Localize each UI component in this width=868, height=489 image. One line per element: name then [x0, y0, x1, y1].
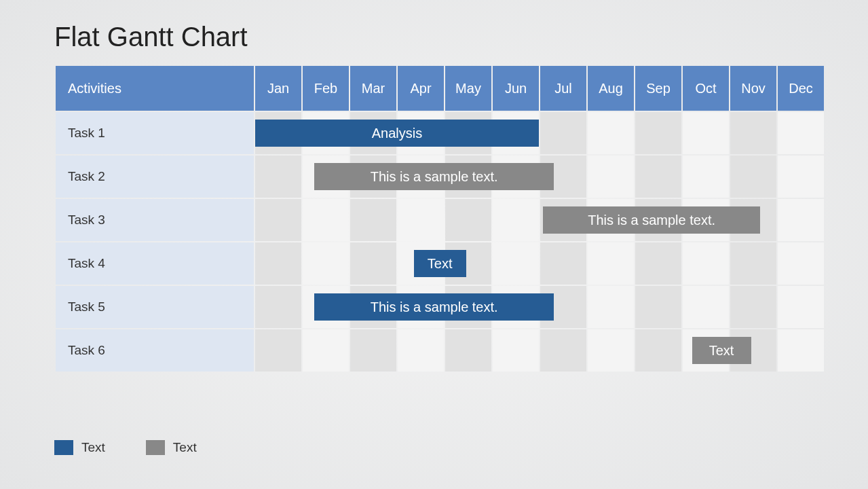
gantt-cell — [398, 112, 444, 154]
gantt-cell — [778, 199, 824, 241]
gantt-cell — [445, 199, 491, 241]
gantt-cell — [350, 329, 396, 372]
gantt-cell — [778, 329, 824, 372]
gantt-cell — [398, 329, 444, 372]
table-row: Task 5 — [56, 286, 824, 328]
gantt-cell — [683, 242, 729, 285]
legend: Text Text — [54, 440, 197, 455]
header-month: Mar — [350, 66, 396, 111]
task-label: Task 4 — [56, 242, 254, 285]
gantt-cell — [350, 242, 396, 285]
header-month: Oct — [683, 66, 729, 111]
gantt-cell — [683, 199, 729, 241]
gantt-cell — [398, 199, 444, 241]
gantt-cell — [350, 286, 396, 328]
gantt-cell — [493, 112, 539, 154]
gantt-cell — [540, 242, 586, 285]
gantt-cell — [255, 112, 301, 154]
gantt-cell — [445, 112, 491, 154]
gantt-cell — [493, 156, 539, 198]
gantt-cell — [588, 286, 634, 328]
gantt-cell — [778, 112, 824, 154]
gantt-cell — [493, 242, 539, 285]
gantt-cell — [493, 199, 539, 241]
gantt-cell — [730, 242, 776, 285]
legend-swatch-blue — [54, 440, 73, 455]
header-month: Jun — [493, 66, 539, 111]
header-month: Jan — [255, 66, 301, 111]
gantt-cell — [730, 329, 776, 372]
header-month: May — [445, 66, 491, 111]
gantt-cell — [303, 286, 349, 328]
task-label: Task 3 — [56, 199, 254, 241]
gantt-cell — [445, 286, 491, 328]
legend-label: Text — [81, 440, 105, 455]
table-row: Task 2 — [56, 156, 824, 198]
gantt-cell — [303, 112, 349, 154]
gantt-cell — [683, 112, 729, 154]
gantt-cell — [635, 199, 681, 241]
gantt-cell — [683, 286, 729, 328]
gantt-cell — [445, 156, 491, 198]
gantt-cell — [255, 199, 301, 241]
gantt-cell — [730, 286, 776, 328]
header-month: Sep — [635, 66, 681, 111]
table-row: Task 6 — [56, 329, 824, 372]
header-month: Dec — [778, 66, 824, 111]
gantt-cell — [398, 286, 444, 328]
gantt-cell — [255, 156, 301, 198]
gantt-cell — [683, 156, 729, 198]
gantt-cell — [303, 329, 349, 372]
gantt-cell — [730, 156, 776, 198]
legend-item-gray: Text — [146, 440, 197, 455]
gantt-cell — [588, 199, 634, 241]
gantt-cell — [445, 329, 491, 372]
header-month: Apr — [398, 66, 444, 111]
gantt-cell — [730, 112, 776, 154]
gantt-cell — [540, 286, 586, 328]
table-row: Task 3 — [56, 199, 824, 241]
gantt-cell — [778, 286, 824, 328]
gantt-cell — [255, 329, 301, 372]
gantt-cell — [778, 242, 824, 285]
table-row: Task 4 — [56, 242, 824, 285]
gantt-cell — [255, 286, 301, 328]
gantt-cell — [303, 242, 349, 285]
task-label: Task 6 — [56, 329, 254, 372]
gantt-header-row: Activities Jan Feb Mar Apr May Jun Jul A… — [56, 66, 824, 111]
gantt-cell — [540, 112, 586, 154]
task-label: Task 5 — [56, 286, 254, 328]
gantt-cell — [730, 199, 776, 241]
gantt-cell — [255, 242, 301, 285]
task-label: Task 2 — [56, 156, 254, 198]
gantt-cell — [635, 156, 681, 198]
gantt-cell — [778, 156, 824, 198]
gantt-cell — [635, 329, 681, 372]
gantt-table: Activities Jan Feb Mar Apr May Jun Jul A… — [54, 65, 825, 373]
gantt-cell — [350, 199, 396, 241]
gantt-cell — [350, 156, 396, 198]
page-title: Flat Gantt Chart — [54, 22, 814, 52]
gantt-cell — [635, 286, 681, 328]
header-month: Aug — [588, 66, 634, 111]
gantt-cell — [493, 286, 539, 328]
gantt-cell — [303, 156, 349, 198]
gantt-cell — [588, 112, 634, 154]
header-activities: Activities — [56, 66, 254, 111]
gantt-cell — [350, 112, 396, 154]
legend-swatch-gray — [146, 440, 165, 455]
gantt-cell — [540, 199, 586, 241]
gantt-cell — [445, 242, 491, 285]
gantt-cell — [540, 329, 586, 372]
table-row: Task 1 — [56, 112, 824, 154]
gantt-cell — [540, 156, 586, 198]
legend-item-blue: Text — [54, 440, 105, 455]
slide: Flat Gantt Chart Activities Jan Feb Mar … — [0, 0, 868, 489]
gantt-cell — [303, 199, 349, 241]
gantt-cell — [635, 112, 681, 154]
gantt-cell — [635, 242, 681, 285]
gantt-cell — [588, 242, 634, 285]
header-month: Feb — [303, 66, 349, 111]
header-month: Jul — [540, 66, 586, 111]
gantt-cell — [493, 329, 539, 372]
